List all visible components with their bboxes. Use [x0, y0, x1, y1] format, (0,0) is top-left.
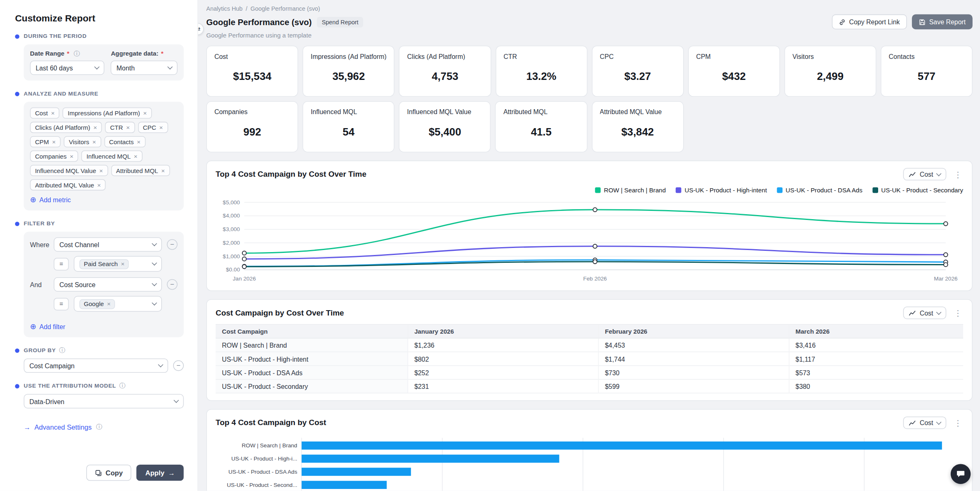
- bar-chart-card: Top 4 Cost Campaign by Cost Cost ⋮ 02,00…: [206, 409, 973, 491]
- cell-campaign: ROW | Search | Brand: [216, 338, 408, 352]
- remove-chip-icon[interactable]: ×: [93, 124, 97, 131]
- filter-field-select-1[interactable]: Cost Channel: [54, 237, 162, 252]
- copy-report-link-button[interactable]: Copy Report Link: [832, 14, 907, 29]
- legend-item[interactable]: US-UK - Product - DSA Ads: [777, 187, 862, 194]
- table-card: Cost Campaign by Cost Over Time Cost ⋮: [206, 299, 973, 401]
- column-header[interactable]: Cost Campaign: [216, 325, 408, 338]
- chevron-down-icon: [936, 419, 942, 425]
- bar-metric-select[interactable]: Cost: [903, 416, 946, 429]
- kpi-card: Cost $15,534: [206, 46, 298, 97]
- column-header[interactable]: January 2026: [408, 325, 598, 338]
- remove-chip-icon[interactable]: ×: [97, 181, 101, 188]
- chart-title: Top 4 Cost Campaign by Cost Over Time: [216, 170, 367, 178]
- where-label: Where: [30, 241, 49, 248]
- metric-chip[interactable]: CPM ×: [30, 136, 61, 147]
- svg-text:$1,000: $1,000: [223, 253, 240, 260]
- page-subtitle: Google Performance using a template: [206, 32, 973, 39]
- table-metric-select[interactable]: Cost: [903, 306, 946, 319]
- spend-report-badge: Spend Report: [317, 16, 363, 27]
- legend-item[interactable]: ROW | Search | Brand: [595, 187, 665, 194]
- info-icon[interactable]: ⓘ: [74, 50, 80, 56]
- copy-button[interactable]: Copy: [86, 465, 132, 481]
- legend-item[interactable]: US-UK - Product - Secondary: [872, 187, 963, 194]
- operator-select-1[interactable]: =: [54, 257, 68, 270]
- remove-chip-icon[interactable]: ×: [126, 124, 130, 131]
- line-chart-icon: [909, 419, 916, 426]
- advanced-settings-link[interactable]: → Advanced Settings ⓘ: [24, 423, 184, 431]
- kpi-value: $432: [696, 70, 772, 83]
- remove-filter-button[interactable]: −: [167, 239, 178, 250]
- metric-chip[interactable]: Influenced MQL Value ×: [30, 165, 108, 176]
- metric-chip[interactable]: CTR ×: [105, 122, 135, 133]
- remove-chip-icon[interactable]: ×: [143, 110, 147, 117]
- cell-january: $802: [408, 352, 598, 365]
- group-by-select[interactable]: Cost Campaign: [24, 358, 168, 373]
- filter-value-select-1[interactable]: Paid Search ×: [74, 256, 162, 272]
- legend-item[interactable]: US-UK - Product - High-intent: [676, 187, 767, 194]
- attribution-model-select[interactable]: Data-Driven: [24, 394, 184, 409]
- remove-chip-icon[interactable]: ×: [121, 260, 125, 267]
- metric-chip[interactable]: Impressions (Ad Platform) ×: [63, 108, 152, 119]
- metric-chip[interactable]: CPC ×: [138, 122, 168, 133]
- metric-chip[interactable]: Cost ×: [30, 108, 60, 119]
- metric-chip[interactable]: Attributed MQL Value ×: [30, 179, 106, 190]
- apply-button[interactable]: Apply →: [136, 465, 184, 481]
- metric-chip[interactable]: Contacts ×: [104, 136, 146, 147]
- add-filter-button[interactable]: ⊕ Add filter: [30, 323, 66, 330]
- svg-text:Feb 2026: Feb 2026: [583, 276, 606, 282]
- filter-value-chip[interactable]: Paid Search ×: [80, 259, 129, 269]
- remove-chip-icon[interactable]: ×: [159, 124, 163, 131]
- kpi-label: CPC: [600, 52, 676, 60]
- save-report-button[interactable]: Save Report: [912, 14, 973, 29]
- filter-value-select-2[interactable]: Google ×: [74, 296, 162, 312]
- filter-field-select-2[interactable]: Cost Source: [54, 277, 162, 292]
- table-row: US-UK - Product - Secondary $231 $599 $3…: [216, 379, 963, 393]
- remove-chip-icon[interactable]: ×: [99, 167, 103, 174]
- kpi-value: 35,962: [311, 70, 387, 83]
- breadcrumb-analytics-hub[interactable]: Analytics Hub: [206, 5, 242, 12]
- chevron-down-icon: [936, 309, 942, 315]
- metric-chip[interactable]: Visitors ×: [64, 136, 101, 147]
- remove-chip-icon[interactable]: ×: [134, 153, 137, 160]
- remove-chip-icon[interactable]: ×: [92, 138, 96, 145]
- info-icon[interactable]: ⓘ: [119, 383, 126, 389]
- column-header[interactable]: February 2026: [598, 325, 789, 338]
- operator-select-2[interactable]: =: [54, 297, 68, 310]
- remove-chip-icon[interactable]: ×: [70, 153, 73, 160]
- metric-chip[interactable]: Attributed MQL ×: [111, 165, 170, 176]
- kpi-label: Visitors: [792, 52, 868, 60]
- kpi-label: Attributed MQL: [503, 108, 579, 115]
- aggregate-select[interactable]: Month: [111, 61, 178, 75]
- plus-circle-icon: ⊕: [30, 323, 36, 330]
- remove-chip-icon[interactable]: ×: [161, 167, 165, 174]
- metric-chip[interactable]: Influenced MQL ×: [82, 150, 143, 161]
- add-metric-button[interactable]: ⊕ Add metric: [30, 196, 71, 203]
- section-dot: [15, 221, 19, 226]
- kpi-label: Influenced MQL Value: [407, 108, 483, 115]
- metrics-box: Cost × Impressions (Ad Platform) × Click…: [24, 102, 184, 210]
- more-options-icon[interactable]: ⋮: [952, 309, 963, 317]
- more-options-icon[interactable]: ⋮: [952, 170, 963, 178]
- remove-chip-icon[interactable]: ×: [51, 110, 55, 117]
- chat-launcher-button[interactable]: [951, 464, 971, 484]
- cell-campaign: US-UK - Product - Secondary: [216, 379, 408, 393]
- kpi-card: CPM $432: [688, 46, 780, 97]
- remove-chip-icon[interactable]: ×: [52, 138, 56, 145]
- info-icon[interactable]: ⓘ: [59, 347, 66, 353]
- collapse-panel-button[interactable]: ⇄: [198, 23, 204, 35]
- remove-chip-icon[interactable]: ×: [107, 300, 111, 307]
- line-chart-card: Top 4 Cost Campaign by Cost Over Time Co…: [206, 161, 973, 291]
- more-options-icon[interactable]: ⋮: [952, 419, 963, 427]
- remove-group-by-button[interactable]: −: [173, 360, 184, 371]
- kpi-label: CPM: [696, 52, 772, 60]
- chart-metric-select[interactable]: Cost: [903, 168, 946, 180]
- metric-chip[interactable]: Clicks (Ad Platform) ×: [30, 122, 102, 133]
- remove-chip-icon[interactable]: ×: [137, 138, 141, 145]
- link-icon: [839, 19, 846, 26]
- date-range-select[interactable]: Last 60 days: [30, 61, 105, 75]
- column-header[interactable]: March 2026: [789, 325, 964, 338]
- remove-filter-button[interactable]: −: [167, 279, 178, 290]
- info-icon[interactable]: ⓘ: [96, 424, 102, 430]
- filter-value-chip[interactable]: Google ×: [80, 299, 115, 309]
- metric-chip[interactable]: Companies ×: [30, 150, 78, 161]
